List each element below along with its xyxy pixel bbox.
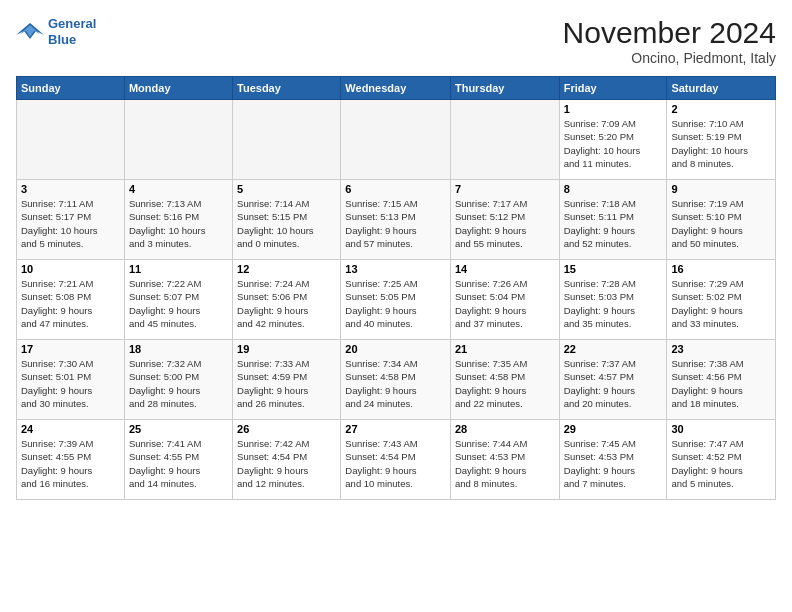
calendar-week-5: 24Sunrise: 7:39 AM Sunset: 4:55 PM Dayli… <box>17 420 776 500</box>
calendar-cell <box>450 100 559 180</box>
day-number: 8 <box>564 183 663 195</box>
calendar-cell: 26Sunrise: 7:42 AM Sunset: 4:54 PM Dayli… <box>233 420 341 500</box>
day-info: Sunrise: 7:18 AM Sunset: 5:11 PM Dayligh… <box>564 197 663 250</box>
day-number: 29 <box>564 423 663 435</box>
calendar-cell: 4Sunrise: 7:13 AM Sunset: 5:16 PM Daylig… <box>124 180 232 260</box>
day-number: 15 <box>564 263 663 275</box>
day-number: 1 <box>564 103 663 115</box>
title-block: November 2024 Oncino, Piedmont, Italy <box>563 16 776 66</box>
calendar-table: Sunday Monday Tuesday Wednesday Thursday… <box>16 76 776 500</box>
day-info: Sunrise: 7:09 AM Sunset: 5:20 PM Dayligh… <box>564 117 663 170</box>
page: General Blue November 2024 Oncino, Piedm… <box>0 0 792 612</box>
day-info: Sunrise: 7:44 AM Sunset: 4:53 PM Dayligh… <box>455 437 555 490</box>
weekday-saturday: Saturday <box>667 77 776 100</box>
calendar-week-4: 17Sunrise: 7:30 AM Sunset: 5:01 PM Dayli… <box>17 340 776 420</box>
day-info: Sunrise: 7:28 AM Sunset: 5:03 PM Dayligh… <box>564 277 663 330</box>
day-number: 12 <box>237 263 336 275</box>
calendar-cell: 2Sunrise: 7:10 AM Sunset: 5:19 PM Daylig… <box>667 100 776 180</box>
day-number: 18 <box>129 343 228 355</box>
day-number: 10 <box>21 263 120 275</box>
day-number: 30 <box>671 423 771 435</box>
calendar-cell <box>17 100 125 180</box>
weekday-friday: Friday <box>559 77 667 100</box>
day-number: 9 <box>671 183 771 195</box>
day-number: 17 <box>21 343 120 355</box>
day-info: Sunrise: 7:35 AM Sunset: 4:58 PM Dayligh… <box>455 357 555 410</box>
calendar-cell: 23Sunrise: 7:38 AM Sunset: 4:56 PM Dayli… <box>667 340 776 420</box>
logo-icon <box>16 21 44 43</box>
weekday-thursday: Thursday <box>450 77 559 100</box>
day-info: Sunrise: 7:47 AM Sunset: 4:52 PM Dayligh… <box>671 437 771 490</box>
logo-text: General Blue <box>48 16 96 47</box>
header: General Blue November 2024 Oncino, Piedm… <box>16 16 776 66</box>
calendar-cell: 27Sunrise: 7:43 AM Sunset: 4:54 PM Dayli… <box>341 420 451 500</box>
calendar-cell: 14Sunrise: 7:26 AM Sunset: 5:04 PM Dayli… <box>450 260 559 340</box>
calendar-cell: 30Sunrise: 7:47 AM Sunset: 4:52 PM Dayli… <box>667 420 776 500</box>
logo-line2: Blue <box>48 32 76 47</box>
day-number: 6 <box>345 183 446 195</box>
calendar-cell: 12Sunrise: 7:24 AM Sunset: 5:06 PM Dayli… <box>233 260 341 340</box>
day-number: 25 <box>129 423 228 435</box>
day-info: Sunrise: 7:42 AM Sunset: 4:54 PM Dayligh… <box>237 437 336 490</box>
day-number: 3 <box>21 183 120 195</box>
day-info: Sunrise: 7:26 AM Sunset: 5:04 PM Dayligh… <box>455 277 555 330</box>
day-info: Sunrise: 7:43 AM Sunset: 4:54 PM Dayligh… <box>345 437 446 490</box>
day-info: Sunrise: 7:14 AM Sunset: 5:15 PM Dayligh… <box>237 197 336 250</box>
calendar-cell: 7Sunrise: 7:17 AM Sunset: 5:12 PM Daylig… <box>450 180 559 260</box>
day-number: 20 <box>345 343 446 355</box>
calendar-cell: 10Sunrise: 7:21 AM Sunset: 5:08 PM Dayli… <box>17 260 125 340</box>
weekday-tuesday: Tuesday <box>233 77 341 100</box>
day-info: Sunrise: 7:21 AM Sunset: 5:08 PM Dayligh… <box>21 277 120 330</box>
calendar-body: 1Sunrise: 7:09 AM Sunset: 5:20 PM Daylig… <box>17 100 776 500</box>
day-info: Sunrise: 7:45 AM Sunset: 4:53 PM Dayligh… <box>564 437 663 490</box>
day-number: 14 <box>455 263 555 275</box>
day-number: 7 <box>455 183 555 195</box>
weekday-row: Sunday Monday Tuesday Wednesday Thursday… <box>17 77 776 100</box>
calendar-week-2: 3Sunrise: 7:11 AM Sunset: 5:17 PM Daylig… <box>17 180 776 260</box>
location: Oncino, Piedmont, Italy <box>563 50 776 66</box>
day-info: Sunrise: 7:41 AM Sunset: 4:55 PM Dayligh… <box>129 437 228 490</box>
calendar-cell: 8Sunrise: 7:18 AM Sunset: 5:11 PM Daylig… <box>559 180 667 260</box>
calendar-cell: 9Sunrise: 7:19 AM Sunset: 5:10 PM Daylig… <box>667 180 776 260</box>
calendar-week-1: 1Sunrise: 7:09 AM Sunset: 5:20 PM Daylig… <box>17 100 776 180</box>
day-info: Sunrise: 7:30 AM Sunset: 5:01 PM Dayligh… <box>21 357 120 410</box>
day-info: Sunrise: 7:22 AM Sunset: 5:07 PM Dayligh… <box>129 277 228 330</box>
day-info: Sunrise: 7:15 AM Sunset: 5:13 PM Dayligh… <box>345 197 446 250</box>
day-number: 5 <box>237 183 336 195</box>
calendar-cell: 25Sunrise: 7:41 AM Sunset: 4:55 PM Dayli… <box>124 420 232 500</box>
day-info: Sunrise: 7:33 AM Sunset: 4:59 PM Dayligh… <box>237 357 336 410</box>
day-number: 16 <box>671 263 771 275</box>
calendar-cell: 20Sunrise: 7:34 AM Sunset: 4:58 PM Dayli… <box>341 340 451 420</box>
calendar-cell <box>124 100 232 180</box>
day-info: Sunrise: 7:38 AM Sunset: 4:56 PM Dayligh… <box>671 357 771 410</box>
day-info: Sunrise: 7:25 AM Sunset: 5:05 PM Dayligh… <box>345 277 446 330</box>
day-number: 11 <box>129 263 228 275</box>
day-info: Sunrise: 7:37 AM Sunset: 4:57 PM Dayligh… <box>564 357 663 410</box>
day-info: Sunrise: 7:19 AM Sunset: 5:10 PM Dayligh… <box>671 197 771 250</box>
day-info: Sunrise: 7:32 AM Sunset: 5:00 PM Dayligh… <box>129 357 228 410</box>
calendar-cell <box>341 100 451 180</box>
day-info: Sunrise: 7:17 AM Sunset: 5:12 PM Dayligh… <box>455 197 555 250</box>
day-number: 19 <box>237 343 336 355</box>
calendar-header: Sunday Monday Tuesday Wednesday Thursday… <box>17 77 776 100</box>
day-number: 26 <box>237 423 336 435</box>
day-info: Sunrise: 7:13 AM Sunset: 5:16 PM Dayligh… <box>129 197 228 250</box>
calendar-cell: 5Sunrise: 7:14 AM Sunset: 5:15 PM Daylig… <box>233 180 341 260</box>
calendar-cell: 24Sunrise: 7:39 AM Sunset: 4:55 PM Dayli… <box>17 420 125 500</box>
day-number: 13 <box>345 263 446 275</box>
day-info: Sunrise: 7:11 AM Sunset: 5:17 PM Dayligh… <box>21 197 120 250</box>
calendar-cell: 13Sunrise: 7:25 AM Sunset: 5:05 PM Dayli… <box>341 260 451 340</box>
day-info: Sunrise: 7:39 AM Sunset: 4:55 PM Dayligh… <box>21 437 120 490</box>
day-info: Sunrise: 7:24 AM Sunset: 5:06 PM Dayligh… <box>237 277 336 330</box>
day-number: 27 <box>345 423 446 435</box>
day-info: Sunrise: 7:34 AM Sunset: 4:58 PM Dayligh… <box>345 357 446 410</box>
calendar-cell: 11Sunrise: 7:22 AM Sunset: 5:07 PM Dayli… <box>124 260 232 340</box>
calendar-week-3: 10Sunrise: 7:21 AM Sunset: 5:08 PM Dayli… <box>17 260 776 340</box>
calendar-cell: 19Sunrise: 7:33 AM Sunset: 4:59 PM Dayli… <box>233 340 341 420</box>
day-info: Sunrise: 7:29 AM Sunset: 5:02 PM Dayligh… <box>671 277 771 330</box>
calendar-cell: 16Sunrise: 7:29 AM Sunset: 5:02 PM Dayli… <box>667 260 776 340</box>
day-number: 22 <box>564 343 663 355</box>
day-number: 23 <box>671 343 771 355</box>
calendar-cell: 21Sunrise: 7:35 AM Sunset: 4:58 PM Dayli… <box>450 340 559 420</box>
day-number: 24 <box>21 423 120 435</box>
